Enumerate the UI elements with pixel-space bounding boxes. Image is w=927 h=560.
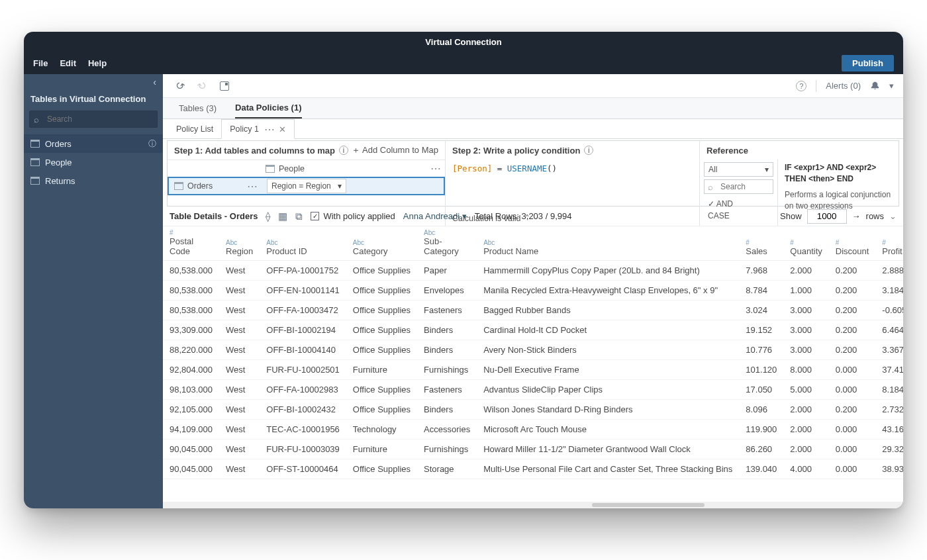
sidebar-item-orders[interactable]: Ordersⓘ xyxy=(24,134,163,153)
search-icon: ⌕ xyxy=(708,182,713,192)
collapse-sidebar-icon[interactable]: ‹ xyxy=(24,74,163,90)
table-row: 92,105.000WestOFF-BI-10002432Office Supp… xyxy=(163,400,903,420)
redo-icon: ↻ xyxy=(195,79,209,93)
info-badge-icon: ⓘ xyxy=(148,138,156,150)
mapping-dropdown[interactable]: Region = Region▾ xyxy=(267,179,346,193)
sidebar-item-returns[interactable]: Returns xyxy=(24,171,163,190)
table-row: 94,109.000WestTEC-AC-10001956TechnologyA… xyxy=(163,420,903,440)
orders-menu-icon[interactable]: ⋯ xyxy=(247,180,256,193)
menu-edit[interactable]: Edit xyxy=(60,58,76,68)
info-icon[interactable]: i xyxy=(584,146,593,155)
table-row: 92,804.000WestFUR-FU-10002501FurnitureFu… xyxy=(163,360,903,380)
undo-icon[interactable]: ↻ xyxy=(172,79,187,93)
policy-expression[interactable]: [Person] = USERNAME() xyxy=(446,160,699,210)
subtab-policy-list[interactable]: Policy List xyxy=(168,119,221,138)
col-profit[interactable]: #Profit xyxy=(875,226,903,261)
col-product-name[interactable]: AbcProduct Name xyxy=(477,226,739,261)
table-row: 80,538.000WestOFF-EN-10001141Office Supp… xyxy=(163,281,903,301)
table-icon xyxy=(266,165,275,173)
alerts-label[interactable]: Alerts (0) xyxy=(826,81,861,91)
help-icon[interactable]: ? xyxy=(796,81,806,91)
alerts-caret[interactable]: ▾ xyxy=(889,81,894,91)
map-table-people: People xyxy=(279,164,305,173)
col-postal-code[interactable]: #Postal Code xyxy=(163,226,219,261)
policy-applied-checkbox[interactable]: ✓ xyxy=(311,212,319,220)
tab-data-policies[interactable]: Data Policies (1) xyxy=(235,98,301,118)
save-icon[interactable] xyxy=(217,79,232,93)
col-product-id[interactable]: AbcProduct ID xyxy=(260,226,346,261)
show-rows-input[interactable] xyxy=(807,209,847,224)
horizontal-scrollbar[interactable] xyxy=(163,502,903,508)
col-region[interactable]: AbcRegion xyxy=(219,226,260,261)
apply-rows-icon[interactable]: → xyxy=(852,211,861,221)
step1-title: Step 1: Add tables and columns to map xyxy=(174,146,335,156)
info-icon[interactable]: i xyxy=(339,146,348,155)
col-category[interactable]: AbcCategory xyxy=(346,226,417,261)
subtab-policy-1[interactable]: Policy 1 ⋯ ✕ xyxy=(221,119,295,139)
col-sub-category[interactable]: AbcSub-Category xyxy=(417,226,477,261)
subtab-menu-icon[interactable]: ⋯ xyxy=(264,123,273,136)
grid-icon[interactable]: ▦ xyxy=(278,210,287,222)
table-row: 98,103.000WestOFF-FA-10002983Office Supp… xyxy=(163,380,903,400)
reference-search[interactable] xyxy=(704,179,773,194)
table-row: 93,309.000WestOFF-BI-10002194Office Supp… xyxy=(163,320,903,340)
table-row: 80,538.000WestOFF-FA-10003472Office Supp… xyxy=(163,301,903,320)
tab-tables[interactable]: Tables (3) xyxy=(179,98,217,118)
total-rows: Total Rows: 3,203 / 9,994 xyxy=(475,211,572,221)
menu-file[interactable]: File xyxy=(33,58,48,68)
sidebar-search-input[interactable] xyxy=(29,111,158,128)
col-sales[interactable]: #Sales xyxy=(739,226,783,261)
table-row: 90,045.000WestOFF-ST-10000464Office Supp… xyxy=(163,459,903,479)
data-table: #Postal CodeAbcRegionAbcProduct IDAbcCat… xyxy=(163,226,903,479)
columns-icon[interactable]: ⧉ xyxy=(295,210,303,222)
subtab-close-icon[interactable]: ✕ xyxy=(279,124,286,134)
table-row: 90,045.000WestFUR-FU-10003039FurnitureFu… xyxy=(163,440,903,459)
sidebar-title: Tables in Virtual Connection xyxy=(24,90,163,111)
bell-icon[interactable]: 🔔︎ xyxy=(870,80,880,91)
search-icon: ⌕ xyxy=(34,115,39,124)
details-title: Table Details - Orders xyxy=(170,211,258,221)
step2-title: Step 2: Write a policy condition xyxy=(452,146,580,156)
user-picker[interactable]: Anna Andreadi ▾ xyxy=(403,211,467,221)
people-menu-icon[interactable]: ⋯ xyxy=(430,162,440,175)
table-icon xyxy=(30,158,40,166)
table-icon xyxy=(30,177,40,185)
menu-help[interactable]: Help xyxy=(88,58,107,68)
ref-snippet: IF <expr1> AND <expr2> THEN <then> END xyxy=(785,162,892,185)
map-row-orders[interactable]: Orders ⋯ Region = Region▾ xyxy=(168,177,445,195)
tag-icon[interactable]: ⟠ xyxy=(266,210,270,222)
chevron-down-icon: ▾ xyxy=(338,181,342,191)
sidebar-search[interactable]: ⌕ xyxy=(29,111,158,128)
sidebar-item-people[interactable]: People xyxy=(24,153,163,171)
table-icon xyxy=(174,182,183,190)
publish-button[interactable]: Publish xyxy=(842,55,894,71)
reference-title: Reference xyxy=(707,146,748,156)
table-row: 88,220.000WestOFF-BI-10004140Office Supp… xyxy=(163,340,903,360)
col-quantity[interactable]: #Quantity xyxy=(783,226,828,261)
add-column-button[interactable]: ＋ Add Column to Map xyxy=(352,144,438,156)
reference-filter[interactable]: All▾ xyxy=(704,162,773,177)
rows-caret[interactable]: ⌄ xyxy=(889,211,897,221)
topbar: File Edit Help Publish xyxy=(24,52,903,74)
col-discount[interactable]: #Discount xyxy=(829,226,876,261)
table-row: 80,538.000WestOFF-PA-10001752Office Supp… xyxy=(163,261,903,281)
table-icon xyxy=(30,140,40,148)
window-title: Virtual Connection xyxy=(24,32,903,52)
